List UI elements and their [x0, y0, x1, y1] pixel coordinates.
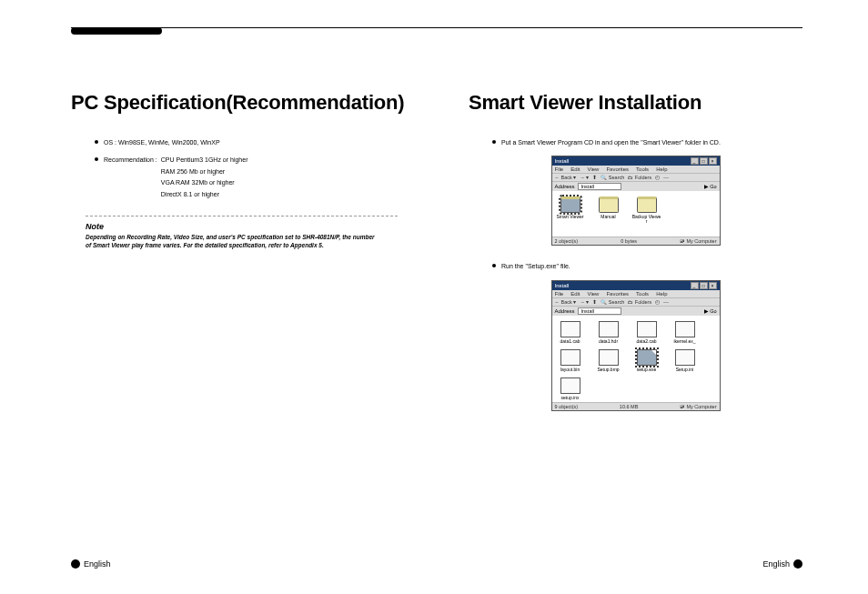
- explorer-screenshot-1: Install _□× File Edit View Favorites Too…: [551, 156, 721, 246]
- file-label: Setup.ini: [676, 367, 693, 372]
- file-label: data1.hdr: [599, 339, 618, 344]
- close-icon: ×: [709, 157, 717, 165]
- file-item[interactable]: layout.bin: [556, 349, 585, 372]
- window-titlebar: Install _□×: [552, 281, 720, 290]
- up-button[interactable]: ⬆: [592, 299, 597, 305]
- history-button[interactable]: ◴: [655, 175, 660, 180]
- search-button[interactable]: 🔍 Search: [601, 175, 624, 180]
- window-title: Install: [555, 158, 570, 164]
- file-item[interactable]: data1.cab: [556, 321, 585, 344]
- toolbar-extra[interactable]: ⋯: [663, 175, 669, 180]
- back-button[interactable]: ← Back ▾: [555, 175, 577, 180]
- forward-button[interactable]: → ▾: [580, 175, 589, 180]
- menu-item[interactable]: Edit: [570, 291, 580, 297]
- menu-item[interactable]: View: [588, 291, 600, 297]
- file-icon: [637, 321, 657, 337]
- menu-item[interactable]: Edit: [570, 166, 580, 172]
- file-label: data1.cab: [560, 339, 580, 344]
- address-label: Address: [555, 308, 575, 314]
- status-location: 🖳 My Computer: [680, 404, 717, 409]
- file-item[interactable]: Smart Viewer: [556, 196, 585, 235]
- file-area[interactable]: Smart ViewerManualBackup Viewer: [552, 191, 720, 237]
- rec-line: DirectX 8.1 or higher: [161, 190, 248, 198]
- menu-item[interactable]: Favorites: [606, 166, 629, 172]
- file-item[interactable]: data2.cab: [632, 321, 661, 344]
- go-button[interactable]: ▶ Go: [704, 184, 717, 189]
- toolbar: ← Back ▾ → ▾ ⬆ 🔍 Search 🗀 Folders ◴ ⋯: [552, 297, 720, 307]
- menu-item[interactable]: File: [555, 291, 564, 297]
- footer-label: English: [762, 559, 790, 569]
- address-bar: Address Install ▶ Go: [552, 182, 720, 191]
- file-label: setup.inx: [560, 396, 579, 400]
- address-label: Address: [555, 184, 575, 189]
- file-label: Manual: [601, 215, 615, 219]
- menubar: File Edit View Favorites Tools Help: [552, 290, 720, 297]
- maximize-icon: □: [700, 157, 708, 165]
- menu-item[interactable]: Help: [656, 166, 667, 172]
- file-icon: [560, 378, 580, 394]
- file-item[interactable]: Manual: [594, 196, 623, 235]
- file-item[interactable]: data1.hdr: [594, 321, 623, 344]
- close-icon: ×: [709, 282, 717, 289]
- file-icon: [599, 349, 619, 366]
- menu-item[interactable]: Help: [656, 291, 667, 297]
- file-icon: [675, 321, 695, 337]
- rec-label: Recommendation :: [104, 156, 157, 201]
- status-bar: 2 object(s) 0 bytes 🖳 My Computer: [552, 237, 720, 245]
- folders-button[interactable]: 🗀 Folders: [628, 299, 651, 305]
- status-bar: 9 object(s) 10.6 MB 🖳 My Computer: [552, 402, 720, 410]
- forward-button[interactable]: → ▾: [580, 299, 589, 305]
- toolbar-extra[interactable]: ⋯: [663, 299, 669, 305]
- file-icon: [599, 321, 619, 337]
- page-left: PC Specification(Recommendation) OS : Wi…: [0, 0, 434, 594]
- file-item[interactable]: ikernel.ex_: [671, 321, 700, 344]
- step-2: Run the "Setup.exe" file.: [501, 262, 802, 270]
- file-item[interactable]: Setup.ini: [671, 349, 700, 372]
- go-button[interactable]: ▶ Go: [704, 308, 717, 314]
- menu-item[interactable]: File: [555, 166, 564, 172]
- file-item[interactable]: Setup.bmp: [594, 349, 623, 372]
- divider-dashed: [86, 216, 398, 216]
- file-item[interactable]: setup.exe: [632, 349, 661, 372]
- history-button[interactable]: ◴: [655, 299, 660, 305]
- window-titlebar: Install _□×: [552, 156, 720, 166]
- heading-left: PC Specification(Recommendation): [71, 91, 407, 115]
- minimize-icon: _: [691, 282, 699, 289]
- folders-button[interactable]: 🗀 Folders: [628, 175, 651, 180]
- file-area[interactable]: data1.cabdata1.hdrdata2.cabikernel.ex_la…: [552, 316, 720, 402]
- toolbar: ← Back ▾ → ▾ ⬆ 🔍 Search 🗀 Folders ◴ ⋯: [552, 173, 720, 182]
- window-buttons: _□×: [690, 157, 717, 165]
- window-title: Install: [555, 283, 570, 288]
- address-bar: Address Install ▶ Go: [552, 307, 720, 316]
- file-label: Smart Viewer: [557, 215, 584, 219]
- menu-item[interactable]: View: [588, 166, 600, 172]
- explorer-screenshot-2: Install _□× File Edit View Favorites Too…: [551, 280, 721, 411]
- folder-icon: [599, 196, 619, 213]
- window-buttons: _□×: [690, 282, 717, 289]
- footer-label: English: [84, 559, 111, 569]
- file-label: layout.bin: [560, 367, 580, 372]
- file-label: Setup.bmp: [597, 367, 619, 372]
- search-button[interactable]: 🔍 Search: [601, 299, 624, 305]
- menu-item[interactable]: Favorites: [606, 291, 629, 297]
- rec-line: CPU Pentium3 1GHz or higher: [161, 156, 248, 164]
- file-item[interactable]: Backup Viewer: [632, 196, 661, 235]
- file-icon: [675, 349, 695, 366]
- menubar: File Edit View Favorites Tools Help: [552, 166, 720, 173]
- file-label: data2.cab: [637, 339, 657, 344]
- address-field[interactable]: Install: [578, 307, 621, 315]
- menu-item[interactable]: Tools: [636, 166, 649, 172]
- status-objects: 2 object(s): [555, 238, 579, 244]
- minimize-icon: _: [691, 157, 699, 165]
- up-button[interactable]: ⬆: [592, 175, 597, 180]
- back-button[interactable]: ← Back ▾: [555, 299, 577, 305]
- status-objects: 9 object(s): [555, 404, 579, 409]
- file-label: ikernel.ex_: [673, 339, 695, 344]
- note-text: Depending on Recording Rate, Video Size,…: [86, 234, 377, 250]
- page-dot-icon: [793, 559, 802, 569]
- file-label: setup.exe: [637, 367, 657, 372]
- menu-item[interactable]: Tools: [636, 291, 649, 297]
- address-field[interactable]: Install: [578, 183, 621, 190]
- file-item[interactable]: setup.inx: [556, 378, 585, 400]
- note-label: Note: [86, 222, 407, 231]
